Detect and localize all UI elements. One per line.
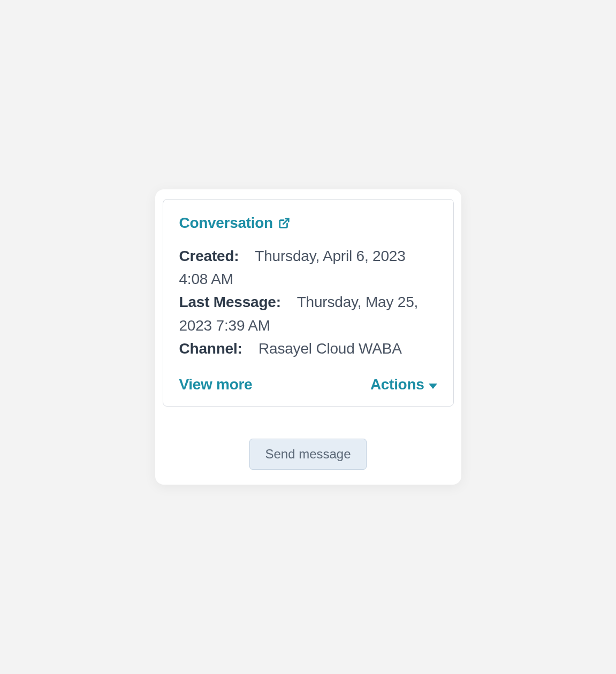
created-label: Created: [179, 248, 239, 264]
channel-row: Channel: Rasayel Cloud WABA [179, 337, 437, 360]
view-more-link[interactable]: View more [179, 376, 253, 393]
channel-value: Rasayel Cloud WABA [258, 340, 402, 357]
conversation-title: Conversation [179, 215, 273, 232]
channel-label: Channel: [179, 340, 242, 357]
last-message-row: Last Message: Thursday, May 25, 2023 7:3… [179, 290, 437, 337]
send-message-button[interactable]: Send message [249, 439, 366, 470]
actions-label: Actions [370, 376, 424, 393]
caret-down-icon [429, 384, 437, 389]
external-link-icon [278, 216, 290, 230]
conversation-card: Conversation Created: Thursday, April 6,… [163, 199, 454, 407]
created-row: Created: Thursday, April 6, 2023 4:08 AM [179, 244, 437, 291]
actions-dropdown[interactable]: Actions [370, 376, 437, 393]
send-button-container: Send message [163, 439, 454, 470]
last-message-label: Last Message: [179, 294, 281, 310]
card-footer: View more Actions [179, 376, 437, 393]
conversation-header[interactable]: Conversation [179, 215, 437, 232]
conversation-panel: Conversation Created: Thursday, April 6,… [155, 189, 461, 485]
